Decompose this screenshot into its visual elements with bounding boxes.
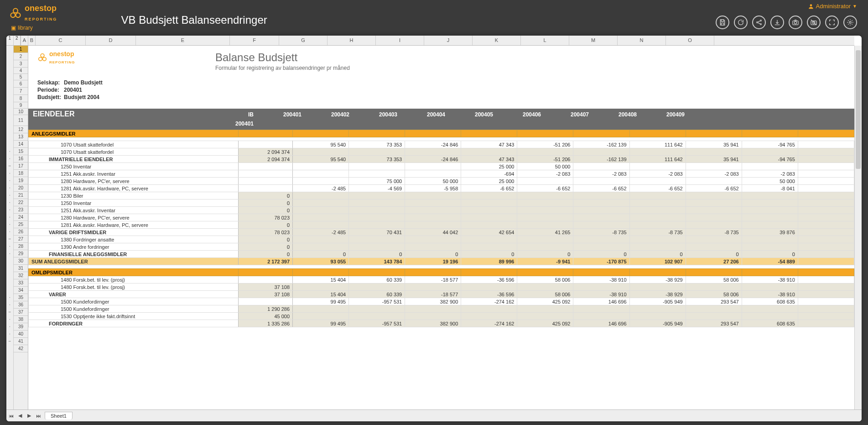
cell-ib[interactable]: 0 xyxy=(238,207,293,214)
table-row[interactable]: 1530 Opptjente ikke fakt.driftsinnt45 00… xyxy=(29,313,854,320)
row-header[interactable]: 29 xyxy=(14,250,28,257)
col-header[interactable]: C xyxy=(36,36,86,45)
row-header[interactable]: 18 xyxy=(14,170,28,177)
cell[interactable]: 143 784 xyxy=(349,258,405,265)
cell[interactable] xyxy=(293,163,349,170)
row-header[interactable]: 2 xyxy=(14,53,28,60)
cell[interactable]: 0 xyxy=(349,251,405,258)
cell[interactable]: 35 941 xyxy=(686,141,742,148)
row-header[interactable]: 14 xyxy=(14,141,28,148)
cell[interactable] xyxy=(686,148,742,156)
cell-ib[interactable]: 1 335 286 xyxy=(238,320,293,327)
outline-marker[interactable]: · xyxy=(6,250,13,257)
row-header[interactable]: 34 xyxy=(14,287,28,294)
cell[interactable]: 0 xyxy=(573,251,629,258)
row-header[interactable]: 36 xyxy=(14,301,28,309)
cell[interactable] xyxy=(798,236,854,243)
cell[interactable] xyxy=(349,269,405,276)
cell[interactable] xyxy=(686,178,742,185)
row-header[interactable]: 32 xyxy=(14,272,28,279)
outline-marker[interactable]: · xyxy=(6,228,13,236)
cell[interactable] xyxy=(349,214,405,221)
cell[interactable] xyxy=(798,298,854,305)
cell[interactable]: 0 xyxy=(629,251,686,258)
cell[interactable]: -6 652 xyxy=(686,185,742,192)
cell-ib[interactable] xyxy=(238,130,293,137)
camera-icon[interactable] xyxy=(789,16,802,29)
cell[interactable]: 93 055 xyxy=(293,258,349,265)
cell[interactable] xyxy=(405,283,461,291)
vertical-scrollbar[interactable] xyxy=(854,46,862,409)
table-row[interactable]: SUM ANLEGGSMIDLER2 172 39793 055143 7841… xyxy=(29,258,854,265)
cell[interactable]: 47 343 xyxy=(461,156,517,163)
cell[interactable] xyxy=(742,305,798,313)
cell[interactable] xyxy=(517,199,573,207)
library-link[interactable]: ▣library xyxy=(11,25,57,31)
cell[interactable]: 50 000 xyxy=(405,178,461,185)
cell[interactable] xyxy=(573,214,629,221)
cell-ib[interactable]: 1 290 286 xyxy=(238,305,293,313)
cell[interactable] xyxy=(686,269,742,276)
cell[interactable]: -38 910 xyxy=(742,276,798,283)
cell[interactable]: 44 042 xyxy=(405,229,461,236)
table-row[interactable]: 1250 Inventar0 xyxy=(29,199,854,207)
col-header[interactable]: I xyxy=(376,36,424,45)
cell[interactable] xyxy=(349,283,405,291)
outline-marker[interactable] xyxy=(6,109,13,115)
row-header[interactable]: 27 xyxy=(14,236,28,243)
cell[interactable] xyxy=(349,192,405,199)
save-icon[interactable] xyxy=(716,16,729,29)
cell[interactable] xyxy=(293,207,349,214)
cell[interactable]: -2 485 xyxy=(293,229,349,236)
row-header[interactable]: 16 xyxy=(14,155,28,163)
cell[interactable]: 39 876 xyxy=(742,229,798,236)
cell-ib[interactable]: 37 108 xyxy=(238,291,293,298)
cell[interactable] xyxy=(517,236,573,243)
share-icon[interactable] xyxy=(752,16,766,29)
cell[interactable]: 99 495 xyxy=(293,320,349,327)
column-headers[interactable]: ABCDEFGHIJKLMNO xyxy=(21,36,854,46)
cell[interactable] xyxy=(629,236,686,243)
outline-gutter[interactable]: ··−·········−····−···− xyxy=(6,46,14,409)
cell[interactable] xyxy=(742,163,798,170)
cell-ib[interactable]: 2 172 397 xyxy=(238,258,293,265)
cell[interactable] xyxy=(629,269,686,276)
cell[interactable] xyxy=(349,221,405,229)
outline-marker[interactable]: · xyxy=(6,206,13,214)
outline-marker[interactable]: − xyxy=(6,163,13,170)
col-header[interactable]: F xyxy=(230,36,279,45)
grid-area[interactable]: onestopREPORTING Balanse Budsjett Formul… xyxy=(28,46,854,409)
cell[interactable] xyxy=(517,305,573,313)
cell[interactable] xyxy=(517,178,573,185)
table-row[interactable]: ANLEGGSMIDLER xyxy=(29,130,854,137)
cell[interactable] xyxy=(517,283,573,291)
cell[interactable] xyxy=(686,313,742,320)
cell[interactable]: 25 000 xyxy=(461,178,517,185)
cell[interactable]: -2 083 xyxy=(686,170,742,178)
table-row[interactable]: 1500 Kundefordirnger1 290 286 xyxy=(29,305,854,313)
cell[interactable]: -38 910 xyxy=(573,291,629,298)
cell[interactable] xyxy=(629,148,686,156)
col-header[interactable]: D xyxy=(86,36,136,45)
cell[interactable]: 58 006 xyxy=(686,291,742,298)
cell[interactable]: -905 949 xyxy=(629,320,686,327)
table-row[interactable]: 1500 Kundefordirnger99 495-957 531382 90… xyxy=(29,298,854,305)
cell[interactable] xyxy=(798,291,854,298)
cell[interactable]: -9 941 xyxy=(517,258,573,265)
table-row[interactable]: VARIGE DRIFTSMIDLER78 023-2 48570 43144 … xyxy=(29,229,854,236)
sheet-tab[interactable]: Sheet1 xyxy=(45,412,73,420)
cell[interactable] xyxy=(461,199,517,207)
outline-marker[interactable]: · xyxy=(6,184,13,192)
col-header[interactable]: M xyxy=(569,36,618,45)
outline-marker[interactable] xyxy=(6,95,13,102)
cell[interactable] xyxy=(405,236,461,243)
cell[interactable] xyxy=(349,130,405,137)
data-table[interactable]: ANLEGGSMIDLER1070 Utsatt skattefordel95 … xyxy=(28,130,854,327)
cell[interactable] xyxy=(405,221,461,229)
cell[interactable]: -24 846 xyxy=(405,156,461,163)
cell[interactable]: 102 907 xyxy=(629,258,686,265)
row-header[interactable]: 35 xyxy=(14,294,28,301)
cell[interactable] xyxy=(573,283,629,291)
table-row[interactable]: 1070 Utsatt skattefordel2 094 374 xyxy=(29,148,854,156)
cell-ib[interactable] xyxy=(238,163,293,170)
